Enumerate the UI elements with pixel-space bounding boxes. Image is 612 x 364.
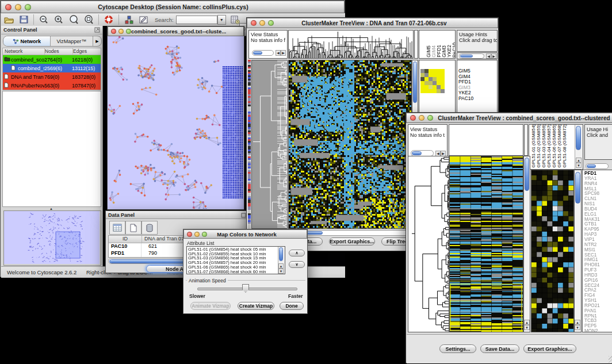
close-button[interactable]: [5, 4, 12, 10]
tv1-row-dendrogram[interactable]: [251, 60, 288, 229]
zoom-button[interactable]: [25, 4, 31, 10]
tv2-zoom-vscrollbar[interactable]: ▲ ▼: [574, 170, 582, 332]
network-row[interactable]: combined_sco2569(6)13112(15): [3, 64, 101, 72]
tv2-column-label[interactable]: GPL51-02 (GSM855): [536, 124, 541, 168]
matrix-cell[interactable]: [433, 81, 437, 85]
minimize-button[interactable]: [118, 29, 124, 34]
scroll-down-arrow[interactable]: ▼: [524, 325, 530, 330]
matrix-cell[interactable]: [420, 73, 424, 77]
tv1-status-scrollbar[interactable]: [252, 50, 274, 56]
network-row[interactable]: RNAPuberNov2+|563(0)107847(0): [3, 81, 101, 90]
tv1-row-label[interactable]: PAC10: [458, 96, 473, 102]
matrix-cell[interactable]: [424, 89, 429, 93]
matrix-cell[interactable]: [433, 69, 437, 73]
treeview1-titlebar[interactable]: ClusterMaker TreeView : DNA and Tran 07-…: [247, 18, 498, 28]
attribute-list[interactable]: GPL51-01 (GSM854) heat shock 05 minGPL51…: [186, 246, 285, 274]
attribute-list-item[interactable]: GPL51-04 (GSM857) heat shock 20 min: [188, 260, 285, 265]
tv1-column-label[interactable]: PAC10: [452, 43, 456, 58]
open-session-icon[interactable]: [2, 14, 15, 25]
treeview2-titlebar[interactable]: ClusterMaker TreeView : combined_scores_…: [406, 113, 612, 123]
matrix-cell[interactable]: [441, 69, 445, 73]
matrix-cell[interactable]: [424, 85, 429, 89]
float-panel-icon[interactable]: [94, 25, 100, 35]
matrix-cell[interactable]: [420, 81, 424, 85]
attribute-list-item[interactable]: GPL51-02 (GSM855) heat shock 10 min: [188, 252, 285, 256]
vizmapper-icon[interactable]: [123, 14, 135, 25]
scroll-right-arrow[interactable]: ▶: [491, 53, 496, 59]
attribute-list-item[interactable]: GPL51-06 (GSM865) heat shock 40 min: [188, 265, 285, 270]
tv2-column-label[interactable]: GPL51-04 (GSM857): [546, 124, 552, 168]
scroll-up-arrow[interactable]: ▲: [576, 158, 582, 163]
tv2-settings-button[interactable]: Settings...: [439, 344, 476, 353]
search-input[interactable]: [176, 16, 217, 24]
create-vizmap-button[interactable]: Create Vizmap: [238, 302, 274, 310]
zoom-button[interactable]: [427, 115, 433, 121]
matrix-cell[interactable]: [420, 69, 424, 73]
zoom-out-icon[interactable]: [37, 14, 50, 25]
matrix-cell[interactable]: [437, 73, 441, 77]
tv2-column-label[interactable]: GPL51-03 (GSM856): [541, 124, 546, 168]
matrix-cell[interactable]: [429, 69, 433, 73]
tv1-hints-scrollbar[interactable]: [459, 53, 484, 59]
scroll-up-arrow[interactable]: ▲: [524, 320, 530, 325]
birdseye-panel[interactable]: [3, 210, 101, 266]
network-graph-canvas[interactable]: [108, 36, 243, 209]
matrix-cell[interactable]: [433, 77, 437, 81]
matrix-cell[interactable]: [437, 77, 441, 81]
zoom-button[interactable]: [202, 232, 207, 237]
help-lifering-icon[interactable]: [102, 14, 115, 25]
matrix-cell[interactable]: [437, 69, 441, 73]
matrix-cell[interactable]: [420, 85, 424, 89]
matrix-cell[interactable]: [437, 85, 441, 89]
tv2-export-graphics-button[interactable]: Export Graphics...: [523, 344, 576, 353]
dialog-titlebar[interactable]: Map Colors to Network: [183, 229, 307, 239]
col-header-network[interactable]: Network: [3, 48, 45, 55]
zoom-selected-icon[interactable]: [67, 14, 80, 25]
close-button[interactable]: [187, 232, 192, 237]
matrix-cell[interactable]: [433, 85, 437, 89]
network-row[interactable]: DNA and Tran 07769(0)183728(0): [3, 72, 101, 81]
tab-network[interactable]: Network: [3, 36, 51, 46]
new-attribute-button[interactable]: [125, 221, 141, 235]
zoom-button[interactable]: [268, 20, 274, 26]
matrix-cell[interactable]: [424, 77, 429, 81]
tv2-hints-scrollbar[interactable]: [586, 163, 609, 169]
zoom-fit-icon[interactable]: [82, 14, 95, 25]
animation-slider-thumb[interactable]: [242, 284, 249, 293]
tv2-column-dendrogram[interactable]: [449, 124, 523, 156]
done-button[interactable]: Done: [280, 302, 304, 310]
tv2-scroll-strip[interactable]: [524, 124, 528, 156]
matrix-cell[interactable]: [441, 73, 445, 77]
minimize-button[interactable]: [419, 115, 424, 121]
matrix-cell[interactable]: [433, 73, 437, 77]
tv2-row-dendrogram[interactable]: [408, 156, 449, 332]
move-up-button[interactable]: ∧: [289, 250, 305, 256]
scroll-up-arrow[interactable]: ▲: [278, 263, 284, 269]
zoom-in-icon[interactable]: [52, 14, 65, 25]
tv2-save-data-button[interactable]: Save Data...: [480, 344, 519, 353]
network-view-titlebar[interactable]: combined_scores_good.txt--cluste...: [108, 26, 244, 36]
tv1-column-dendrogram[interactable]: [288, 30, 414, 59]
gene-label[interactable]: MON2: [584, 329, 612, 332]
matrix-cell[interactable]: [420, 89, 424, 93]
matrix-cell[interactable]: [441, 85, 445, 89]
resize-grip[interactable]: [609, 356, 612, 363]
col-header-edges[interactable]: Edges: [73, 48, 101, 55]
scroll-down-arrow[interactable]: ▼: [278, 269, 284, 274]
tv2-column-label[interactable]: GPL51-01 (GSM854): [531, 124, 536, 168]
search-dropdown-icon[interactable]: ▼: [217, 15, 226, 25]
matrix-cell[interactable]: [429, 81, 433, 85]
tab-vizmapper[interactable]: VizMapper™: [51, 36, 93, 46]
matrix-cell[interactable]: [424, 81, 429, 85]
matrix-cell[interactable]: [441, 89, 445, 93]
matrix-cell[interactable]: [441, 77, 445, 81]
matrix-cell[interactable]: [429, 77, 433, 81]
attribute-list-scrollbar[interactable]: ▲ ▼: [278, 247, 285, 274]
minimize-button[interactable]: [15, 4, 21, 10]
close-button[interactable]: [111, 29, 116, 34]
attribute-list-item[interactable]: GPL51-01 (GSM854) heat shock 05 min: [188, 247, 285, 252]
delete-attribute-button[interactable]: [141, 221, 158, 235]
datatable-header-id[interactable]: ID: [109, 236, 142, 243]
tv1-correlation-matrix[interactable]: [420, 69, 448, 97]
scroll-right-arrow[interactable]: ▶: [281, 50, 286, 56]
